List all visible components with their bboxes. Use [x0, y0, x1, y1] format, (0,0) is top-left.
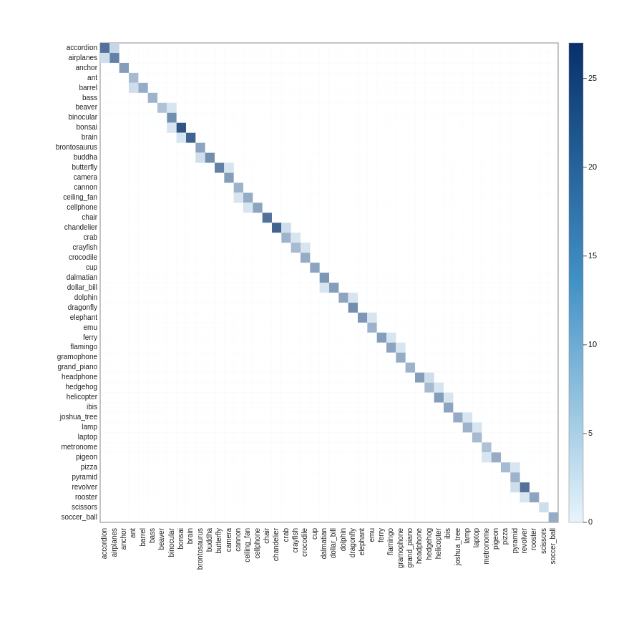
confusion-matrix-canvas: [0, 0, 644, 644]
chart-container: [0, 0, 644, 644]
